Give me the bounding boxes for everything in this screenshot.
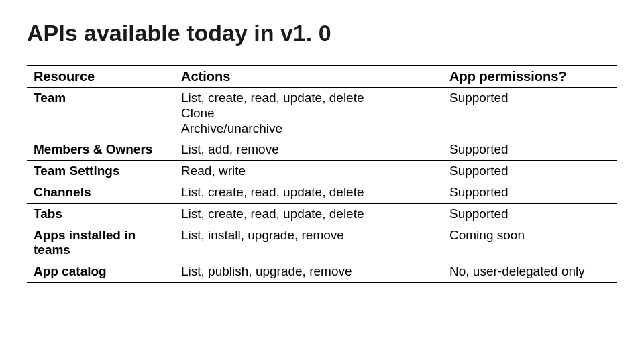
action-line: List, install, upgrade, remove [181, 228, 436, 243]
col-header-actions: Actions [174, 66, 443, 88]
resource-cell: Tabs [27, 203, 174, 225]
action-line: List, create, read, update, delete [181, 206, 436, 222]
actions-cell: List, install, upgrade, remove [174, 225, 443, 261]
resource-cell: Team Settings [27, 161, 174, 182]
table-row: ChannelsList, create, read, update, dele… [27, 182, 617, 203]
col-header-resource: Resource [27, 66, 174, 88]
permissions-cell: Supported [443, 139, 617, 161]
resource-cell: Team [27, 88, 174, 139]
table-row: TabsList, create, read, update, deleteSu… [27, 203, 617, 225]
resource-cell: App catalog [27, 261, 174, 283]
action-line: List, add, remove [181, 142, 436, 158]
permissions-cell: Supported [443, 182, 617, 203]
table-row: App catalogList, publish, upgrade, remov… [27, 261, 617, 283]
permissions-cell: Coming soon [443, 225, 617, 261]
permissions-cell: Supported [443, 203, 617, 225]
api-table: Resource Actions App permissions? TeamLi… [27, 65, 617, 283]
actions-cell: List, add, remove [174, 139, 443, 161]
table-row: Apps installed in teamsList, install, up… [27, 225, 617, 261]
table-row: Members & OwnersList, add, removeSupport… [27, 139, 617, 161]
action-line: List, create, read, update, delete [181, 185, 436, 200]
actions-cell: Read, write [174, 161, 443, 182]
action-line: Archive/unarchive [181, 121, 436, 137]
resource-cell: Channels [27, 182, 174, 203]
col-header-permissions: App permissions? [443, 66, 617, 88]
table-row: Team SettingsRead, writeSupported [27, 161, 617, 182]
resource-cell: Members & Owners [27, 139, 174, 161]
table-row: TeamList, create, read, update, deleteCl… [27, 88, 617, 139]
table-header-row: Resource Actions App permissions? [27, 66, 617, 88]
action-line: Clone [181, 106, 436, 121]
action-line: List, create, read, update, delete [181, 90, 436, 106]
resource-cell: Apps installed in teams [27, 225, 174, 261]
action-line: Read, write [181, 164, 436, 179]
actions-cell: List, create, read, update, delete [174, 203, 443, 225]
actions-cell: List, create, read, update, deleteCloneA… [174, 88, 443, 139]
actions-cell: List, publish, upgrade, remove [174, 261, 443, 283]
page-title: APIs available today in v1. 0 [27, 20, 617, 46]
permissions-cell: Supported [443, 161, 617, 182]
permissions-cell: Supported [443, 88, 617, 139]
actions-cell: List, create, read, update, delete [174, 182, 443, 203]
permissions-cell: No, user-delegated only [443, 261, 617, 283]
action-line: List, publish, upgrade, remove [181, 264, 436, 280]
